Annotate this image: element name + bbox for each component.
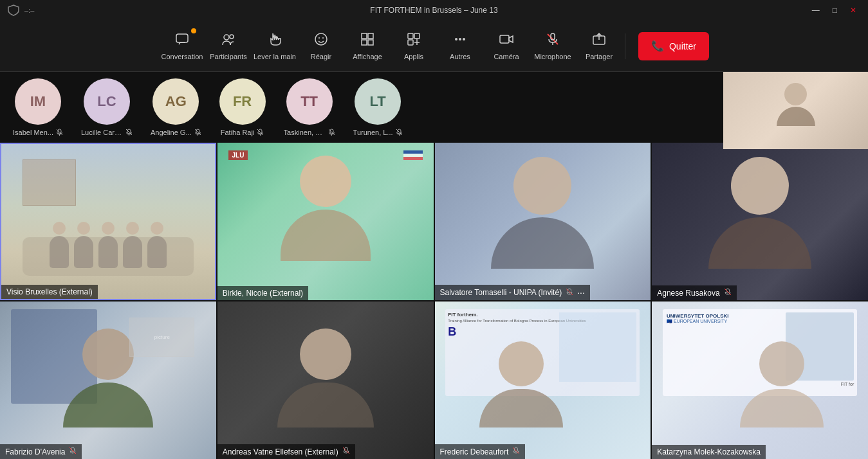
mic-off-icon [56, 129, 63, 137]
toolbar-item-participants[interactable]: Participants [205, 23, 252, 69]
affichage-icon [360, 32, 374, 50]
mic-off-icon [396, 129, 403, 137]
mic-off-icon [257, 129, 264, 137]
svg-rect-10 [408, 33, 413, 39]
microphone-icon [546, 32, 560, 50]
toolbar-items: Conversation Participants Lever la main … [159, 23, 622, 69]
microphone-label: Microphone [534, 53, 571, 60]
participant-avatar-3[interactable]: FRFatiha Raji [219, 78, 266, 137]
lever-la-main-label: Lever la main [254, 53, 296, 60]
svg-point-17 [463, 38, 465, 40]
avatar-initials: LC [84, 78, 130, 125]
video-label-frederic-debeaufort: Frederic Debeaufort [435, 444, 526, 459]
camera-label: Caméra [494, 53, 519, 60]
notification-badge [191, 28, 196, 33]
video-cell-visio-bruxelles[interactable]: Visio Bruxelles (External) [0, 143, 216, 300]
timer-display: –:– [24, 6, 34, 14]
toolbar-separator [625, 33, 625, 59]
participant-avatar-0[interactable]: IMIsabel Men... [13, 78, 63, 137]
video-label-agnese-rusakova: Agnese Rusakova [652, 285, 736, 300]
video-cell-frederic-debeaufort[interactable]: FIT forthem. Training Alliance for Trans… [435, 302, 651, 459]
conversation-label: Conversation [162, 53, 203, 60]
reagir-icon [314, 32, 328, 50]
svg-rect-9 [368, 40, 373, 45]
participant-name: Birkle, Nicole (External) [223, 289, 303, 298]
svg-point-2 [230, 35, 234, 39]
conversation-icon [175, 32, 189, 50]
video-cell-agnese-rusakova[interactable]: Agnese Rusakova [652, 143, 868, 300]
participant-avatar-1[interactable]: LCLucille Care... [81, 78, 133, 137]
avatar-name: Fatiha Raji [221, 129, 264, 137]
mic-off-icon [125, 129, 133, 137]
toolbar-item-camera[interactable]: Caméra [483, 23, 530, 69]
applis-icon [407, 32, 421, 50]
svg-rect-7 [368, 33, 373, 39]
svg-point-5 [322, 37, 324, 39]
avatar-name: Angeline G... [151, 129, 201, 137]
mic-off-icon [566, 288, 573, 298]
participant-name: Visio Bruxelles (External) [6, 287, 93, 296]
participants-label: Participants [210, 53, 246, 60]
svg-rect-11 [414, 33, 420, 39]
video-cell-andreas-vatne[interactable]: Andreas Vatne Ellefsen (External) [217, 302, 434, 459]
toolbar-item-applis[interactable]: Applis [391, 23, 437, 69]
participants-icon [221, 32, 235, 50]
svg-rect-18 [500, 35, 509, 43]
svg-point-1 [224, 35, 229, 40]
mic-off-icon [69, 447, 77, 456]
reagir-label: Réagir [311, 53, 331, 60]
svg-point-15 [455, 38, 457, 40]
avatar-name: Lucille Care... [81, 129, 133, 137]
toolbar-item-autres[interactable]: Autres [437, 23, 483, 69]
maximize-button[interactable]: □ [829, 4, 841, 16]
video-label-katarzyna-molek: Katarzyna Molek-Kozakowska [652, 445, 766, 459]
avatar-list: IMIsabel Men... LCLucille Care... AGAnge… [13, 78, 403, 137]
title-bar: –:– FIT FORTHEM in Brussels – June 13 — … [0, 0, 868, 21]
partager-label: Partager [586, 53, 613, 60]
shield-icon [8, 4, 19, 16]
participant-avatar-2[interactable]: AGAngeline G... [151, 78, 201, 137]
toolbar-item-reagir[interactable]: Réagir [298, 23, 344, 69]
avatar-initials: AG [152, 78, 199, 125]
svg-rect-43 [403, 157, 423, 160]
video-cell-salvatore-tomaselli[interactable]: Salvatore Tomaselli - UNIPA (Invité) ··· [435, 143, 651, 300]
toolbar-item-lever-la-main[interactable]: Lever la main [252, 23, 298, 69]
mic-off-icon [512, 447, 520, 456]
svg-rect-41 [403, 150, 423, 154]
video-cell-birkle-nicole[interactable]: JLU Birkle, Nicole (External) [217, 143, 434, 300]
mic-off-icon [342, 447, 350, 456]
applis-label: Applis [404, 53, 423, 60]
toolbar-item-affichage[interactable]: Affichage [344, 23, 391, 69]
video-label-birkle-nicole: Birkle, Nicole (External) [217, 286, 308, 300]
toolbar-item-partager[interactable]: Partager [576, 23, 622, 69]
quit-label: Quitter [669, 41, 696, 51]
toolbar-item-conversation[interactable]: Conversation [159, 23, 205, 69]
video-cell-katarzyna-molek[interactable]: UNIWERSYTET OPOLSKI 🇪🇺 EUROPEAN UNIVERSI… [652, 302, 868, 459]
toolbar-item-microphone[interactable]: Microphone [530, 23, 576, 69]
participant-name: Andreas Vatne Ellefsen (External) [223, 447, 338, 456]
lever-la-main-icon [268, 32, 282, 50]
svg-point-16 [459, 38, 461, 40]
svg-rect-42 [403, 154, 423, 157]
video-cell-fabrizio-davenia[interactable]: picture Fabrizio D'Avenia [0, 302, 216, 459]
window-controls[interactable]: — □ ✕ [808, 4, 860, 16]
close-button[interactable]: ✕ [846, 4, 860, 16]
minimize-button[interactable]: — [808, 4, 824, 16]
titlebar-left: –:– [8, 4, 34, 16]
svg-rect-8 [362, 40, 367, 45]
avatar-initials: FR [219, 78, 266, 125]
participant-avatar-4[interactable]: TTTaskinen, Ti... [284, 78, 335, 137]
avatar-name: Isabel Men... [13, 129, 63, 137]
video-label-andreas-vatne: Andreas Vatne Ellefsen (External) [217, 444, 355, 459]
avatar-initials: TT [286, 78, 333, 125]
participant-avatar-5[interactable]: LTTurunen, L... [353, 78, 403, 137]
participant-menu-button[interactable]: ··· [577, 287, 585, 298]
svg-point-4 [319, 37, 320, 39]
local-video [723, 72, 868, 149]
svg-rect-6 [362, 33, 367, 39]
participant-name: Fabrizio D'Avenia [5, 447, 65, 456]
quit-button[interactable]: 📞 Quitter [638, 32, 709, 60]
partager-icon [592, 32, 606, 50]
video-grid: Visio Bruxelles (External) JLU Birkle, N… [0, 143, 868, 459]
autres-icon [453, 32, 467, 50]
